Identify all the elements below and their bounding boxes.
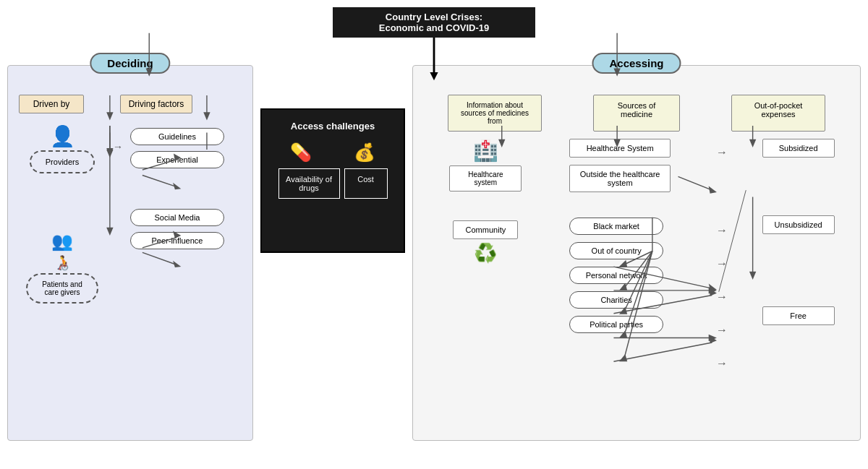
provider-icon: 👤: [50, 124, 75, 148]
pill-icon: 💊: [290, 142, 312, 163]
banner-line1: Country Level Crises:: [386, 12, 482, 22]
political-parties-oval: Political parties: [569, 316, 663, 333]
charities-oval: Charities: [569, 291, 663, 309]
info-sources-box: Information about sources of medicines f…: [448, 95, 542, 132]
deciding-title: Deciding: [90, 53, 170, 74]
peer-influence-oval: Peer-influence: [130, 232, 224, 249]
cost-box: Cost: [344, 168, 388, 199]
arrow-unsubsidized3: →: [716, 291, 728, 304]
patients-icon2: 🧑‍🦽: [54, 254, 72, 271]
social-media-oval: Social Media: [130, 209, 224, 226]
free-box: Free: [762, 306, 835, 325]
subsidized-box: Subsidized: [762, 139, 835, 158]
arrow-unsubsidized1: →: [716, 224, 728, 237]
personal-network-oval: Personal network: [569, 267, 663, 284]
accessing-panel: Accessing Information about sources of m…: [412, 65, 861, 441]
community-icon: ♻️: [474, 242, 497, 264]
patients-icon: 👥: [51, 231, 73, 251]
hospital-icon: 🏥: [473, 139, 498, 163]
healthcare-system-source: Healthcare System: [569, 139, 671, 158]
access-title: Access challenges: [269, 117, 396, 135]
deciding-panel: Deciding Driven by Driving factors 👤 Pro…: [7, 65, 253, 441]
sources-box: Sources of medicine: [593, 95, 680, 132]
moneybag-icon: 💰: [354, 142, 375, 163]
unsubsidized-box: Unsubsidized: [762, 215, 835, 234]
arrow-unsubsidized2: →: [716, 257, 728, 270]
outside-healthcare: Outside the healthcare system: [569, 165, 671, 192]
arrow-free2: →: [716, 357, 728, 370]
availability-box: Availability of drugs: [278, 168, 340, 199]
driving-factors-box: Driving factors: [120, 95, 192, 113]
arrow-free1: →: [716, 324, 728, 337]
experiential-oval: Experiential: [130, 151, 224, 168]
banner-line2: Economic and COVID-19: [379, 22, 489, 33]
black-market-oval: Black market: [569, 218, 663, 235]
guidelines-oval: Guidelines: [130, 128, 224, 145]
arrow-subsidized: →: [716, 146, 728, 159]
access-panel: Access challenges 💊 💰 Availability of dr…: [260, 108, 405, 253]
driven-by-box: Driven by: [19, 95, 84, 113]
providers-oval: Providers: [30, 150, 95, 173]
accessing-title: Accessing: [592, 53, 681, 74]
community-label: Community: [453, 220, 518, 239]
oop-box: Out-of-pocket expenses: [731, 95, 825, 132]
healthcare-system-label: Healthcare system: [449, 165, 522, 192]
patients-oval: Patients and care givers: [26, 273, 98, 304]
out-of-country-oval: Out of country: [569, 242, 663, 259]
top-banner: Country Level Crises: Economic and COVID…: [333, 7, 535, 38]
